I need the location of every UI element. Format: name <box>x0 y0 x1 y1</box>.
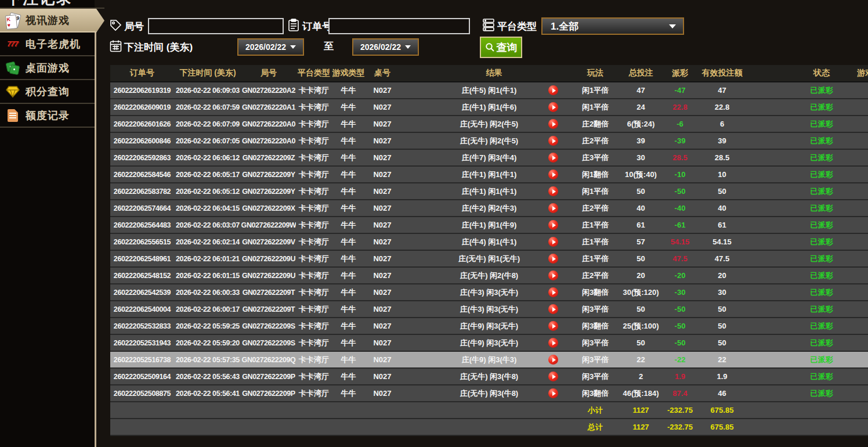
play-video-button[interactable] <box>548 85 558 95</box>
order-no-input[interactable] <box>328 18 470 34</box>
table-row[interactable]: 2602220525088752026-02-22 05:56:41GN0272… <box>110 385 868 402</box>
date-to-select[interactable]: 2026/02/22 <box>352 38 419 56</box>
table-row[interactable]: 2602220625746642026-02-22 06:04:15GN0272… <box>110 200 868 217</box>
play-video-button[interactable] <box>548 203 558 213</box>
table-row[interactable]: 2602220625837822026-02-22 06:05:12GN0272… <box>110 183 868 200</box>
cell-round: GN0272622209P <box>241 385 296 401</box>
result-text: 庄(无牛) 闲3(牛8) <box>430 388 548 399</box>
cell-order: 260222062548152 <box>110 268 174 283</box>
platform-type-select[interactable]: 1.全部 <box>541 17 684 35</box>
cell-table: N027 <box>365 217 400 233</box>
table-row[interactable]: 2602220625400042026-02-22 06:00:17GN0272… <box>110 301 868 318</box>
cell-method: 庄1平倍 <box>574 234 616 250</box>
cell-time: 2026-02-22 06:01:21 <box>174 251 241 266</box>
result-text: 庄(牛4) 闲1(牛1) <box>430 237 548 247</box>
table-row[interactable]: 2602220525328332026-02-22 05:59:25GN0272… <box>110 318 868 335</box>
result-text: 庄(牛9) 闲3(无牛) <box>430 321 548 331</box>
table-row[interactable]: 2602220625845462026-02-22 06:05:17GN0272… <box>110 167 868 183</box>
column-header-bet: 总投注 <box>616 65 666 81</box>
cell-platform: 卡卡湾厅 <box>296 284 332 300</box>
table-row[interactable]: 2602220525091642026-02-22 05:56:43GN0272… <box>110 369 868 385</box>
cell-round: GN0272622209U <box>241 268 296 283</box>
cell-time: 2026-02-22 05:59:20 <box>174 335 241 351</box>
cell-payout: 28.5 <box>666 150 695 165</box>
cell-time: 2026-02-22 06:00:17 <box>174 301 241 317</box>
cell-method: 庄1平倍 <box>574 217 616 233</box>
sidebar-item-slot-machines[interactable]: 777 电子老虎机 <box>0 33 95 56</box>
cell-bet: 50 <box>616 335 666 351</box>
cell-order: 260222062592863 <box>110 150 174 165</box>
tag-icon <box>110 19 122 31</box>
table-row[interactable]: 2602220525167382026-02-22 05:57:35GN0272… <box>110 352 868 369</box>
column-header-method: 玩法 <box>574 65 616 81</box>
play-video-button[interactable] <box>548 254 558 264</box>
cell-round: GN027262220A0 <box>241 133 296 149</box>
cell-game: 牛牛 <box>332 318 365 334</box>
sidebar-item-video-games[interactable]: 9K♥ 视讯游戏 <box>0 9 104 33</box>
cell-order <box>110 419 174 435</box>
table-row[interactable]: 2602220625565152026-02-22 06:02:14GN0272… <box>110 234 868 251</box>
table-row[interactable]: 2602220626090192026-02-22 06:07:59GN0272… <box>110 99 868 116</box>
play-video-button[interactable] <box>548 372 558 381</box>
table-row[interactable]: 2602220625644832026-02-22 06:03:07GN0272… <box>110 217 868 234</box>
play-video-button[interactable] <box>548 388 558 398</box>
table-row[interactable]: 2602220626016262026-02-22 06:07:09GN0272… <box>110 116 868 133</box>
subtotal-row: 小计1127-232.75675.85 <box>110 402 868 419</box>
date-from-select[interactable]: 2026/02/22 <box>237 38 304 56</box>
play-video-button[interactable] <box>548 136 558 146</box>
cell-result <box>400 402 574 418</box>
play-video-button[interactable] <box>548 271 558 280</box>
cell-game: 牛牛 <box>332 82 365 98</box>
cell-order: 260222052508875 <box>110 385 174 401</box>
table-row[interactable]: 2602220625928632026-02-22 06:06:12GN0272… <box>110 150 868 167</box>
cell-time: 2026-02-22 06:07:59 <box>174 99 241 115</box>
play-video-button[interactable] <box>548 304 558 314</box>
result-text: 庄(无牛) 闲2(牛8) <box>430 271 548 281</box>
cell-platform: 卡卡湾厅 <box>296 200 332 216</box>
table-row[interactable]: 2602220626008462026-02-22 06:07:05GN0272… <box>110 133 868 150</box>
play-video-button[interactable] <box>548 321 558 331</box>
cell-round: GN0272622209P <box>241 369 296 384</box>
cell-platform: 卡卡湾厅 <box>296 369 332 384</box>
query-button[interactable]: 查询 <box>480 37 522 58</box>
cell-method: 闲3翻倍 <box>574 318 616 334</box>
play-video-button[interactable] <box>548 170 558 179</box>
cell-game: 牛牛 <box>332 385 365 401</box>
bet-records-table: 订单号下注时间 (美东)局号平台类型游戏类型桌号结果玩法总投注派彩有效投注额状态… <box>110 65 868 436</box>
cell-status: 已派彩 <box>750 133 856 149</box>
play-video-button[interactable] <box>548 355 558 365</box>
cell-order: 260222062583782 <box>110 183 174 199</box>
play-video-button[interactable] <box>548 220 558 230</box>
play-video-button[interactable] <box>548 287 558 297</box>
table-row[interactable]: 2602220625481522026-02-22 06:01:15GN0272… <box>110 268 868 284</box>
result-text: 庄(牛1) 闲1(牛1) <box>430 186 548 197</box>
cell-time: 2026-02-22 05:59:25 <box>174 318 241 334</box>
cell-result: 庄(牛4) 闲1(牛1) <box>400 234 574 250</box>
play-video-button[interactable] <box>548 237 558 247</box>
play-video-button[interactable] <box>548 338 558 348</box>
cell-order: 260222062609019 <box>110 99 174 115</box>
column-header-result: 结果 <box>400 65 574 81</box>
sidebar-item-quota-records[interactable]: 额度记录 <box>0 104 95 128</box>
cell-payout: -50 <box>666 318 695 334</box>
cell-order: 260222062601626 <box>110 116 174 132</box>
round-no-input[interactable] <box>148 18 284 34</box>
cell-result: 庄(牛1) 闲1(牛1) <box>400 167 574 182</box>
play-video-button[interactable] <box>548 153 558 163</box>
cell-bet: 57 <box>616 234 666 250</box>
cell-result: 庄(无牛) 闲1(无牛) <box>400 251 574 266</box>
play-video-button[interactable] <box>548 186 558 196</box>
play-video-button[interactable] <box>548 102 558 112</box>
table-row[interactable]: 2602220625425392026-02-22 06:00:33GN0272… <box>110 284 868 301</box>
play-video-button[interactable] <box>548 119 558 129</box>
sidebar-item-table-games[interactable]: 桌面游戏 <box>0 56 95 80</box>
round-no-label: 局号 <box>124 20 144 33</box>
cell-valid: 54.15 <box>695 234 750 250</box>
table-row[interactable]: 2602220525319432026-02-22 05:59:20GN0272… <box>110 335 868 352</box>
cell-round: GN0272622209V <box>241 234 296 250</box>
cell-extra <box>856 385 868 401</box>
table-row[interactable]: 2602220626193192026-02-22 06:09:03GN0272… <box>110 82 868 99</box>
table-row[interactable]: 2602220625489612026-02-22 06:01:21GN0272… <box>110 251 868 268</box>
result-text: 庄(牛1) 闲1(牛6) <box>430 102 548 113</box>
sidebar-item-points-query[interactable]: 积分查询 <box>0 80 95 104</box>
